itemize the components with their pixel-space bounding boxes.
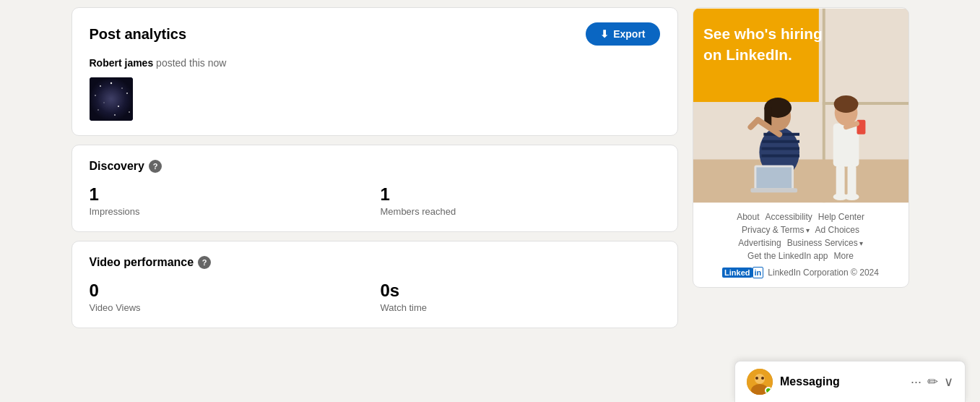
- post-thumbnail: [90, 77, 133, 121]
- video-title-row: Video performance ?: [90, 256, 660, 269]
- linkedin-logo: Linkedin: [722, 267, 763, 278]
- footer-help-link[interactable]: Help Center: [818, 212, 864, 222]
- messaging-compose-button[interactable]: ✏: [927, 374, 938, 390]
- footer-adchoices-link[interactable]: Ad Choices: [815, 225, 859, 235]
- footer-row-4: Get the LinkedIn app More: [699, 251, 903, 261]
- video-stats: 0 Video Views 0s Watch time: [90, 281, 660, 313]
- svg-text:See who's hiring: See who's hiring: [703, 25, 822, 42]
- post-analytics-card: Post analytics ⬇ Export Robert james pos…: [71, 7, 678, 136]
- footer-accessibility-link[interactable]: Accessibility: [765, 212, 812, 222]
- footer-row-3: Advertising Business Services ▾: [699, 238, 903, 248]
- privacy-dropdown-icon: ▾: [806, 226, 810, 234]
- ad-svg: See who's hiring on LinkedIn.: [693, 8, 909, 203]
- messaging-collapse-button[interactable]: ∨: [944, 374, 953, 390]
- svg-text:on LinkedIn.: on LinkedIn.: [703, 46, 792, 63]
- messaging-more-button[interactable]: ···: [911, 375, 922, 390]
- svg-point-45: [755, 377, 758, 380]
- watch-time-stat: 0s Watch time: [381, 281, 660, 313]
- ad-image[interactable]: See who's hiring on LinkedIn.: [693, 8, 909, 203]
- video-help-icon[interactable]: ?: [198, 256, 211, 269]
- linkedin-logo-text: Linked: [722, 268, 752, 278]
- linkedin-copyright: LinkedIn Corporation © 2024: [768, 268, 879, 278]
- footer-more-link[interactable]: More: [834, 251, 854, 261]
- impressions-stat: 1 Impressions: [90, 184, 369, 217]
- discovery-help-icon[interactable]: ?: [149, 160, 162, 173]
- footer-advertising-link[interactable]: Advertising: [738, 238, 781, 248]
- messaging-avatar: [747, 369, 773, 395]
- linkedin-logo-in: in: [753, 267, 764, 278]
- discovery-title-row: Discovery ?: [90, 160, 660, 173]
- messaging-bar: Messaging ··· ✏ ∨: [734, 361, 966, 402]
- post-author: Robert james: [90, 57, 154, 69]
- svg-point-7: [103, 102, 104, 103]
- footer-about-link[interactable]: About: [737, 212, 759, 222]
- svg-point-10: [129, 111, 130, 113]
- svg-point-8: [117, 106, 118, 107]
- svg-rect-31: [756, 167, 792, 188]
- svg-rect-32: [750, 188, 797, 192]
- footer-privacy-link[interactable]: Privacy & Terms ▾: [742, 225, 809, 235]
- views-label: Video Views: [90, 302, 369, 313]
- linkedin-footer: Linkedin LinkedIn Corporation © 2024: [699, 267, 903, 278]
- watch-time-label: Watch time: [381, 302, 660, 313]
- download-icon: ⬇: [600, 28, 609, 40]
- post-info: Robert james posted this now: [90, 57, 660, 69]
- svg-point-11: [114, 114, 116, 116]
- thumbnail-image: [90, 77, 133, 121]
- export-button[interactable]: ⬇ Export: [586, 22, 659, 46]
- svg-rect-33: [833, 124, 859, 167]
- page-title: Post analytics: [90, 26, 187, 43]
- watch-time-value: 0s: [381, 281, 660, 301]
- post-action: posted this: [156, 57, 205, 69]
- sidebar: See who's hiring on LinkedIn.: [693, 7, 909, 328]
- post-time: now: [208, 57, 227, 69]
- svg-point-4: [121, 87, 123, 89]
- discovery-card: Discovery ? 1 Impressions 1 Members reac…: [71, 145, 678, 232]
- svg-point-3: [110, 82, 111, 84]
- views-stat: 0 Video Views: [90, 281, 369, 313]
- footer-row-2: Privacy & Terms ▾ Ad Choices: [699, 225, 903, 235]
- messaging-label: Messaging: [780, 375, 903, 388]
- chevron-down-icon: ∨: [944, 374, 953, 390]
- members-label: Members reached: [381, 206, 660, 217]
- svg-point-2: [100, 85, 101, 87]
- more-dots-icon: ···: [911, 375, 922, 390]
- main-content: Post analytics ⬇ Export Robert james pos…: [71, 7, 678, 328]
- impressions-label: Impressions: [90, 206, 369, 217]
- impressions-value: 1: [90, 184, 369, 205]
- footer-business-link[interactable]: Business Services ▾: [787, 238, 863, 248]
- svg-point-6: [126, 93, 128, 94]
- video-title: Video performance: [90, 256, 194, 269]
- business-dropdown-icon: ▾: [859, 239, 863, 247]
- video-performance-card: Video performance ? 0 Video Views 0s Wat…: [71, 241, 678, 328]
- discovery-title: Discovery: [90, 160, 145, 173]
- svg-point-35: [833, 95, 858, 113]
- footer-getapp-link[interactable]: Get the LinkedIn app: [747, 251, 828, 261]
- footer-links: About Accessibility Help Center Privacy …: [693, 203, 909, 287]
- svg-point-46: [761, 377, 764, 380]
- svg-rect-38: [836, 165, 844, 197]
- ad-card: See who's hiring on LinkedIn.: [693, 7, 909, 288]
- messaging-actions: ··· ✏ ∨: [911, 374, 953, 390]
- views-value: 0: [90, 281, 369, 301]
- card-header: Post analytics ⬇ Export: [90, 22, 660, 46]
- discovery-stats: 1 Impressions 1 Members reached: [90, 184, 660, 217]
- members-value: 1: [381, 184, 660, 205]
- svg-line-37: [846, 124, 857, 127]
- svg-point-9: [97, 109, 99, 111]
- members-stat: 1 Members reached: [381, 184, 660, 217]
- footer-row-1: About Accessibility Help Center: [699, 212, 903, 222]
- online-indicator: [765, 387, 772, 394]
- compose-icon: ✏: [927, 374, 938, 390]
- svg-rect-19: [693, 160, 909, 203]
- svg-rect-39: [847, 165, 856, 197]
- svg-point-41: [844, 193, 859, 200]
- page-layout: Post analytics ⬇ Export Robert james pos…: [57, 7, 924, 328]
- svg-point-5: [95, 95, 96, 96]
